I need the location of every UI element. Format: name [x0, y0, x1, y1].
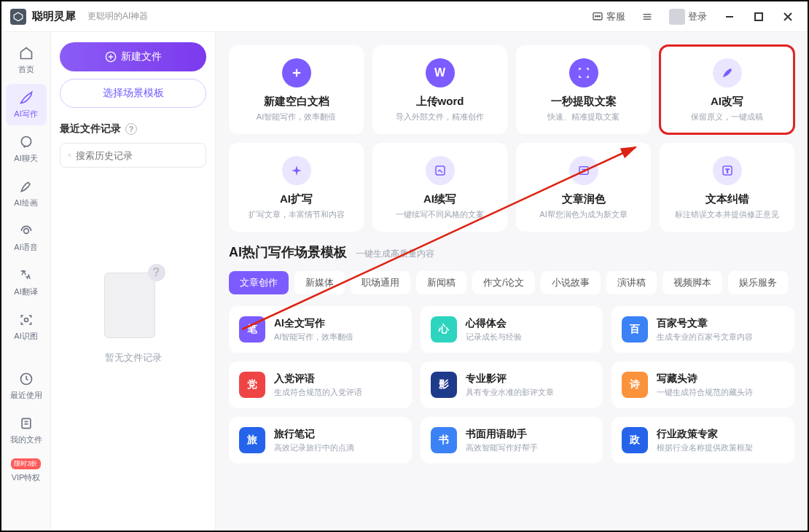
template-tabs: 文章创作新媒体职场通用新闻稿作文/论文小说故事演讲稿视频脚本娱乐服务 [229, 271, 794, 294]
tab[interactable]: 娱乐服务 [728, 271, 788, 294]
template-desc: 一键生成符合规范的藏头诗 [657, 387, 753, 398]
nav-item-translate[interactable]: AI翻译 [6, 262, 47, 303]
tool-card[interactable]: 新建空白文档 AI智能写作，效率翻倍 [229, 45, 364, 134]
svg-point-3 [595, 15, 596, 16]
tool-card[interactable]: AI扩写 扩写文章，丰富情节和内容 [229, 143, 364, 232]
tool-card[interactable]: W 上传word 导入外部文件，精准创作 [372, 45, 507, 134]
tool-card[interactable]: 文章润色 AI帮您润色为成为新文章 [516, 143, 651, 232]
nav-item-chat[interactable]: AI聊天 [6, 128, 47, 170]
tool-title: 上传word [416, 95, 464, 109]
template-desc: 高效记录旅行中的点滴 [274, 442, 354, 453]
svg-line-24 [70, 156, 71, 157]
template-card[interactable]: 百 百家号文章 生成专业的百家号文章内容 [611, 306, 794, 353]
tool-desc: 扩写文章，丰富情节和内容 [249, 209, 345, 220]
login-button[interactable]: 登录 [665, 6, 711, 28]
tool-desc: 标注错误文本并提供修正意见 [675, 209, 779, 220]
nav-item-pen[interactable]: AI写作 [6, 84, 47, 125]
tab[interactable]: 视频脚本 [663, 271, 722, 294]
template-icon: 党 [239, 372, 265, 398]
template-desc: 具有专业水准的影评文章 [466, 387, 554, 398]
titlebar: 聪明灵犀 更聪明的AI神器 客服 登录 [1, 1, 808, 32]
template-title: 心得体会 [466, 317, 522, 330]
template-card[interactable]: 旅 旅行笔记 高效记录旅行中的点滴 [229, 417, 412, 463]
tool-title: AI改写 [711, 95, 743, 109]
template-icon: 心 [431, 316, 457, 343]
template-desc: 生成符合规范的入党评语 [274, 387, 362, 398]
tab[interactable]: 作文/论文 [472, 271, 535, 294]
minimize-button[interactable] [719, 6, 740, 28]
tab[interactable]: 文章创作 [229, 271, 289, 294]
nav-item-vision[interactable]: AI识图 [6, 306, 47, 348]
pen-icon [18, 90, 34, 106]
tool-card[interactable]: AI续写 一键续写不同风格的文案 [372, 143, 507, 232]
search-input[interactable] [76, 150, 198, 161]
maximize-icon [754, 12, 763, 21]
tool-desc: AI智能写作，效率翻倍 [257, 112, 336, 122]
template-icon: 百 [622, 316, 648, 343]
main-content: 新建空白文档 AI智能写作，效率翻倍W 上传word 导入外部文件，精准创作 一… [216, 32, 808, 531]
template-desc: 记录成长与经验 [466, 332, 522, 343]
nav-item-home[interactable]: 首页 [6, 39, 47, 81]
plus-icon [282, 58, 311, 87]
section-title: AI热门写作场景模板 [229, 243, 347, 261]
template-grid: 笔 AI全文写作 AI智能写作，效率翻倍心 心得体会 记录成长与经验百 百家号文… [229, 306, 794, 463]
tool-card[interactable]: T 文本纠错 标注错误文本并提供修正意见 [660, 143, 794, 232]
template-card[interactable]: 影 专业影评 具有专业水准的影评文章 [421, 361, 603, 408]
template-icon: 笔 [239, 316, 265, 343]
new-file-button[interactable]: 新建文件 [60, 42, 206, 71]
nav-item-audio[interactable]: AI语音 [6, 217, 47, 259]
template-title: 旅行笔记 [274, 428, 354, 441]
tool-card[interactable]: 一秒提取文案 快速、精准提取文案 [516, 45, 651, 134]
file-panel: 新建文件 选择场景模板 最近文件记录 ? ? 暂无文件记录 [51, 32, 216, 531]
template-icon: 书 [431, 427, 457, 453]
template-title: 书面用语助手 [466, 428, 538, 441]
template-card[interactable]: 书 书面用语助手 高效智能写作好帮手 [421, 417, 603, 463]
minimize-icon [725, 12, 734, 21]
nav-item-paint[interactable]: AI绘画 [6, 173, 47, 214]
template-desc: 根据行业名称提供政策框架 [657, 442, 753, 453]
template-card[interactable]: 笔 AI全文写作 AI智能写作，效率翻倍 [229, 306, 412, 353]
section-subtitle: 一键生成高质量内容 [356, 248, 434, 260]
support-button[interactable]: 客服 [587, 7, 630, 26]
maximize-button[interactable] [748, 6, 770, 28]
svg-marker-12 [20, 48, 31, 59]
tab[interactable]: 新媒体 [294, 271, 345, 294]
nav-footer-item[interactable]: 我的文件 [6, 410, 47, 451]
nav-label: AI绘画 [14, 197, 37, 208]
nav-label: 我的文件 [10, 434, 42, 445]
polish-icon [569, 156, 598, 185]
search-icon [68, 149, 71, 161]
menu-icon [641, 11, 653, 23]
nav-label: 首页 [18, 64, 34, 75]
tool-title: 一秒提取文案 [551, 95, 617, 109]
template-title: 百家号文章 [657, 317, 753, 330]
sidebar-nav: 首页AI写作AI聊天AI绘画AI语音AI翻译AI识图 最近使用我的文件限时3折V… [1, 32, 51, 531]
menu-button[interactable] [637, 8, 657, 26]
svg-point-13 [21, 137, 31, 146]
close-button[interactable] [777, 6, 799, 28]
svg-point-15 [24, 318, 28, 322]
recent-files-heading: 最近文件记录 ? [60, 122, 206, 136]
tool-title: 文章润色 [562, 192, 606, 206]
tab[interactable]: 演讲稿 [606, 271, 657, 294]
tab[interactable]: 小说故事 [541, 271, 601, 294]
tab[interactable]: 新闻稿 [416, 271, 466, 294]
chat-icon [592, 11, 603, 23]
template-card[interactable]: 心 心得体会 记录成长与经验 [421, 306, 603, 353]
chat-icon [18, 134, 34, 150]
info-icon[interactable]: ? [125, 123, 137, 135]
template-card[interactable]: 诗 写藏头诗 一键生成符合规范的藏头诗 [611, 361, 794, 408]
search-box[interactable] [60, 143, 206, 168]
template-card[interactable]: 政 行业政策专家 根据行业名称提供政策框架 [611, 417, 794, 463]
svg-marker-0 [14, 12, 23, 21]
tab[interactable]: 职场通用 [351, 271, 410, 294]
nav-footer-item[interactable]: 限时3折VIP特权 [6, 454, 47, 489]
tool-title: AI扩写 [280, 192, 313, 206]
tool-card[interactable]: AI改写 保留原义，一键成稿 [660, 45, 794, 134]
choose-template-button[interactable]: 选择场景模板 [60, 79, 206, 108]
template-icon: 政 [622, 427, 648, 453]
tool-title: AI续写 [423, 192, 456, 206]
template-card[interactable]: 党 入党评语 生成符合规范的入党评语 [229, 361, 412, 408]
avatar-icon [669, 9, 685, 25]
nav-footer-item[interactable]: 最近使用 [6, 365, 47, 407]
